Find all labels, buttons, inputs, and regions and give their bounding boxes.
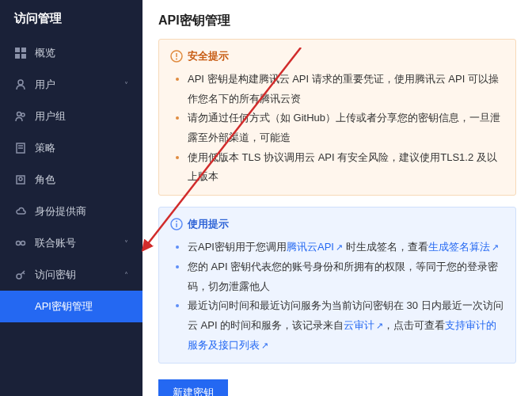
tencent-api-link[interactable]: 腾讯云API↗ [287, 241, 343, 253]
chevron-up-icon: ˄ [124, 271, 128, 280]
alert-item: 您的 API 密钥代表您的账号身份和所拥有的权限，等同于您的登录密码，切勿泄露他… [188, 257, 504, 296]
external-icon: ↗ [261, 341, 268, 350]
sidebar-item-roles[interactable]: 角色 [0, 164, 142, 196]
grid-icon [14, 47, 27, 59]
external-icon: ↗ [376, 321, 383, 330]
main-content: API密钥管理 安全提示 API 密钥是构建腾讯云 API 请求的重要凭证，使用… [142, 0, 532, 396]
sidebar-item-label: API密钥管理 [35, 299, 93, 314]
security-alert: 安全提示 API 密钥是构建腾讯云 API 请求的重要凭证，使用腾讯云 API … [158, 39, 516, 196]
cloud-audit-link[interactable]: 云审计↗ [344, 319, 383, 331]
alert-item: 使用低版本 TLS 协议调用云 API 有安全风险，建议使用TLS1.2 及以上… [188, 148, 504, 187]
sidebar-title: 访问管理 [0, 0, 142, 37]
users-icon [14, 110, 27, 123]
svg-point-5 [17, 112, 21, 116]
svg-point-6 [21, 113, 25, 116]
sidebar-item-label: 策略 [35, 141, 55, 155]
svg-point-4 [18, 80, 23, 85]
svg-point-12 [17, 242, 21, 246]
link-icon [14, 237, 27, 249]
sidebar: 访问管理 概览 用户 ˅ 用户组 策略 角色 身份提供商 联合账号 [0, 0, 142, 396]
info-icon [170, 218, 183, 230]
sidebar-item-idp[interactable]: 身份提供商 [0, 196, 142, 227]
svg-rect-3 [21, 54, 26, 59]
user-icon [14, 78, 27, 91]
sidebar-item-label: 身份提供商 [35, 204, 86, 219]
sidebar-item-federated[interactable]: 联合账号 ˅ [0, 227, 142, 259]
svg-point-11 [19, 177, 22, 181]
alert-title-text: 安全提示 [188, 49, 229, 63]
sidebar-sub-apikey[interactable]: API密钥管理 [0, 291, 142, 322]
alert-item: 请勿通过任何方式（如 GitHub）上传或者分享您的密钥信息，一旦泄露至外部渠道… [188, 109, 504, 147]
external-icon: ↗ [492, 242, 499, 252]
svg-rect-1 [21, 48, 26, 52]
create-key-button[interactable]: 新建密钥 [158, 379, 228, 396]
svg-point-22 [176, 221, 177, 223]
svg-point-19 [176, 59, 177, 60]
sidebar-item-label: 联合账号 [35, 236, 76, 250]
role-icon [14, 173, 27, 186]
sidebar-item-label: 用户组 [35, 109, 66, 124]
sidebar-item-label: 用户 [35, 78, 55, 92]
svg-rect-2 [15, 54, 20, 59]
alert-item: 最近访问时间和最近访问服务为当前访问密钥在 30 日内最近一次访问云 API 的… [188, 296, 504, 355]
alert-title-text: 使用提示 [188, 217, 229, 231]
cloud-icon [14, 205, 27, 218]
sidebar-item-accesskeys[interactable]: 访问密钥 ˄ [0, 259, 142, 291]
sidebar-item-groups[interactable]: 用户组 [0, 101, 142, 132]
sidebar-item-policies[interactable]: 策略 [0, 132, 142, 164]
external-icon: ↗ [336, 242, 343, 252]
warning-icon [170, 50, 183, 63]
usage-alert: 使用提示 云API密钥用于您调用腾讯云API↗ 时生成签名，查看生成签名算法↗ … [158, 207, 516, 364]
svg-line-16 [23, 272, 25, 274]
document-icon [14, 142, 27, 154]
chevron-down-icon: ˅ [124, 239, 128, 248]
svg-rect-0 [15, 48, 20, 52]
svg-point-13 [21, 242, 25, 246]
sidebar-item-users[interactable]: 用户 ˅ [0, 69, 142, 101]
alert-item: 云API密钥用于您调用腾讯云API↗ 时生成签名，查看生成签名算法↗ [188, 238, 504, 257]
sidebar-item-label: 访问密钥 [35, 268, 76, 282]
alert-item: API 密钥是构建腾讯云 API 请求的重要凭证，使用腾讯云 API 可以操作您… [188, 70, 504, 109]
chevron-down-icon: ˅ [124, 81, 128, 89]
sidebar-item-label: 角色 [35, 173, 55, 187]
sidebar-item-label: 概览 [35, 46, 55, 60]
page-title: API密钥管理 [142, 0, 532, 39]
sidebar-item-overview[interactable]: 概览 [0, 37, 142, 69]
sig-algorithm-link[interactable]: 生成签名算法↗ [428, 241, 499, 253]
key-icon [14, 268, 27, 281]
